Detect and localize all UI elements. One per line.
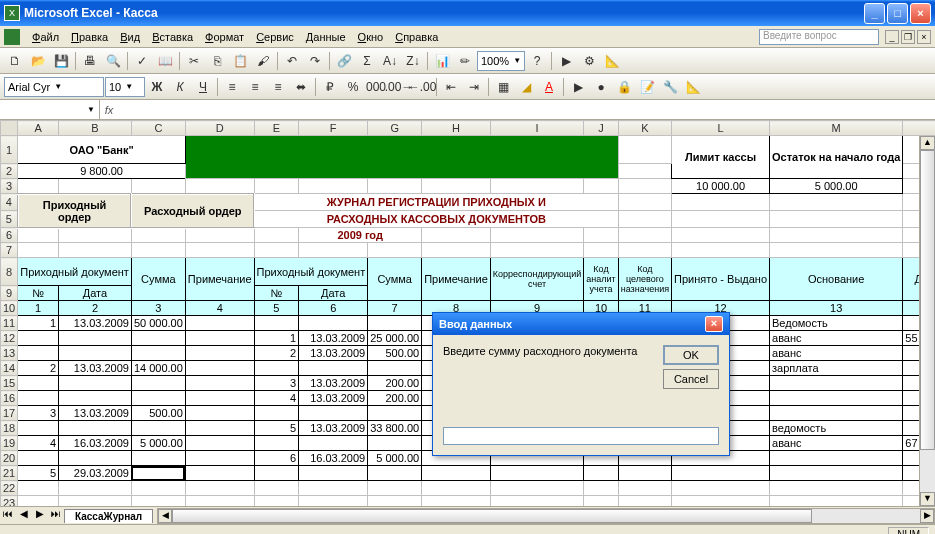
cell-F17[interactable]	[299, 406, 368, 421]
row-header-1[interactable]: 1	[1, 136, 18, 164]
cell-K22[interactable]	[618, 481, 671, 496]
cell-E19[interactable]	[254, 436, 299, 451]
cell-E6[interactable]	[254, 228, 299, 243]
cell-A6[interactable]	[18, 228, 59, 243]
cell-D19[interactable]	[185, 436, 254, 451]
undo-button[interactable]: ↶	[281, 50, 303, 72]
cell-E22[interactable]	[254, 481, 299, 496]
cell-M5[interactable]	[770, 211, 903, 228]
cell-C23[interactable]	[131, 496, 185, 507]
cell-G18[interactable]: 33 800.00	[368, 421, 422, 436]
zoom-combo[interactable]: 100%▼	[477, 51, 525, 71]
design-button[interactable]: 📐	[682, 76, 704, 98]
col-header-H[interactable]: H	[422, 121, 491, 136]
cell-M19[interactable]: аванс	[770, 436, 903, 451]
cell-B15[interactable]	[59, 376, 132, 391]
cell-M11[interactable]: Ведомость	[770, 316, 903, 331]
cell-G19[interactable]	[368, 436, 422, 451]
cell-E11[interactable]	[254, 316, 299, 331]
vba-button[interactable]: ▶	[555, 50, 577, 72]
paste-button[interactable]: 📋	[229, 50, 251, 72]
cell-A15[interactable]	[18, 376, 59, 391]
cell-L4[interactable]	[672, 194, 770, 211]
cell-C7[interactable]	[131, 243, 185, 258]
menu-Вид[interactable]: Вид	[114, 29, 146, 45]
cell-L5[interactable]	[672, 211, 770, 228]
last-sheet-button[interactable]: ⏭	[48, 508, 64, 524]
currency-button[interactable]: ₽	[319, 76, 341, 98]
borders-button[interactable]: ▦	[492, 76, 514, 98]
cell-I21[interactable]	[490, 466, 584, 481]
prev-sheet-button[interactable]: ◀	[16, 508, 32, 524]
cell-A3[interactable]	[18, 179, 59, 194]
cell-M17[interactable]	[770, 406, 903, 421]
hyperlink-button[interactable]: 🔗	[333, 50, 355, 72]
cell-G13[interactable]: 500.00	[368, 346, 422, 361]
cell-E3[interactable]	[254, 179, 299, 194]
menu-Вставка[interactable]: Вставка	[146, 29, 199, 45]
dialog-input[interactable]	[443, 427, 719, 445]
align-right-button[interactable]: ≡	[267, 76, 289, 98]
cell-F19[interactable]	[299, 436, 368, 451]
cell-B13[interactable]	[59, 346, 132, 361]
cell-E13[interactable]: 2	[254, 346, 299, 361]
font-size-combo[interactable]: 10▼	[105, 77, 145, 97]
open-button[interactable]: 📂	[27, 50, 49, 72]
cell-C17[interactable]: 500.00	[131, 406, 185, 421]
design-mode-button[interactable]: 📐	[601, 50, 623, 72]
cell-F23[interactable]	[299, 496, 368, 507]
cell-G3[interactable]	[368, 179, 422, 194]
new-button[interactable]: 🗋	[4, 50, 26, 72]
col-header-C[interactable]: C	[131, 121, 185, 136]
cell-D20[interactable]	[185, 451, 254, 466]
vbe-button[interactable]: 📝	[636, 76, 658, 98]
cell-I6[interactable]	[490, 228, 584, 243]
cell-I22[interactable]	[490, 481, 584, 496]
cell-A14[interactable]: 2	[18, 361, 59, 376]
cell-D23[interactable]	[185, 496, 254, 507]
row-header-9[interactable]: 9	[1, 286, 18, 301]
cell-G14[interactable]	[368, 361, 422, 376]
minimize-button[interactable]: _	[864, 3, 885, 24]
cell-M13[interactable]: аванс	[770, 346, 903, 361]
cell-G12[interactable]: 25 000.00	[368, 331, 422, 346]
cell-F13[interactable]: 13.03.2009	[299, 346, 368, 361]
cell-G22[interactable]	[368, 481, 422, 496]
cell-A16[interactable]	[18, 391, 59, 406]
cell-E21[interactable]	[254, 466, 299, 481]
menu-Формат[interactable]: Формат	[199, 29, 250, 45]
close-button[interactable]: ×	[910, 3, 931, 24]
cell-B14[interactable]: 13.03.2009	[59, 361, 132, 376]
cell-K4[interactable]	[618, 194, 671, 211]
format-painter-button[interactable]: 🖌	[252, 50, 274, 72]
scroll-right-button[interactable]: ▶	[920, 509, 934, 523]
cell-C15[interactable]	[131, 376, 185, 391]
cell-E7[interactable]	[254, 243, 299, 258]
hscroll-thumb[interactable]	[172, 509, 812, 523]
cell-A19[interactable]: 4	[18, 436, 59, 451]
cell-A18[interactable]	[18, 421, 59, 436]
cell-M22[interactable]	[770, 481, 903, 496]
cell-G15[interactable]: 200.00	[368, 376, 422, 391]
cell-G11[interactable]	[368, 316, 422, 331]
drawing-button[interactable]: ✏	[454, 50, 476, 72]
cell-K2[interactable]	[618, 164, 671, 179]
cell-D7[interactable]	[185, 243, 254, 258]
cell-K1[interactable]	[618, 136, 671, 164]
cell-H3[interactable]	[422, 179, 491, 194]
cell-A17[interactable]: 3	[18, 406, 59, 421]
cell-D17[interactable]	[185, 406, 254, 421]
col-header-L[interactable]: L	[672, 121, 770, 136]
fx-button[interactable]: fx	[100, 104, 118, 116]
cell-C3[interactable]	[131, 179, 185, 194]
row-header-21[interactable]: 21	[1, 466, 18, 481]
cell-B3[interactable]	[59, 179, 132, 194]
cell-M20[interactable]	[770, 451, 903, 466]
chart-button[interactable]: 📊	[431, 50, 453, 72]
row-header-22[interactable]: 22	[1, 481, 18, 496]
cell-F18[interactable]: 13.03.2009	[299, 421, 368, 436]
cell-A22[interactable]	[18, 481, 59, 496]
cell-L23[interactable]	[672, 496, 770, 507]
cell-I23[interactable]	[490, 496, 584, 507]
percent-button[interactable]: %	[342, 76, 364, 98]
